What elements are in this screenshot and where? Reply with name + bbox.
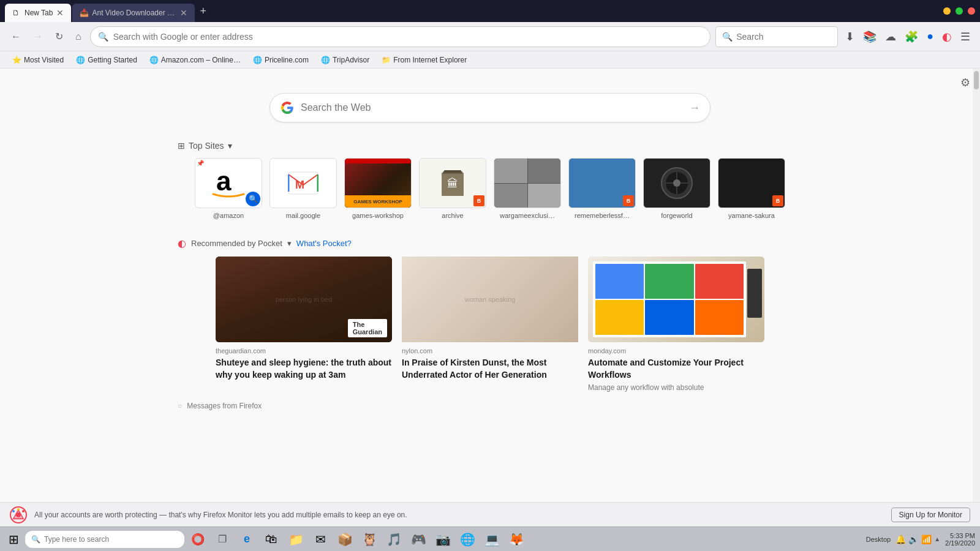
minimize-button[interactable] [943, 7, 951, 15]
download-icon[interactable]: ⬇ [843, 28, 857, 46]
taskbar-app-game[interactable]: 🎮 [407, 528, 429, 550]
site-label-mail: mail.google [286, 212, 320, 219]
bookmark-amazon[interactable]: 🌐 Amazon.com – Online… [145, 54, 246, 66]
bookmark-tripadvisor[interactable]: 🌐 TripAdvisor [316, 54, 374, 66]
taskbar-search-box[interactable]: 🔍 [25, 531, 184, 548]
address-bar[interactable]: 🔍 [90, 26, 710, 47]
site-label-archive: archive [442, 212, 463, 219]
taskbar-app-explorer[interactable]: 📁 [285, 528, 307, 550]
tray-up-arrow-icon[interactable]: ▲ [934, 536, 940, 542]
svg-text:M: M [295, 179, 304, 191]
site-tile-mail[interactable]: M mail.google [270, 158, 337, 219]
site-tile-yamane[interactable]: B yamane-sakura [718, 158, 785, 219]
svg-point-14 [12, 510, 15, 512]
site-tile-archive[interactable]: 🏛 B archive [419, 158, 486, 219]
svg-point-9 [673, 179, 680, 187]
bookmark-getting-started[interactable]: 🌐 Getting Started [71, 54, 142, 66]
tab-favicon-new: 🗋 [12, 9, 21, 17]
article-card-guardian[interactable]: person lying in bed TheGuardian theguard… [216, 257, 392, 392]
taskbar-app-amazon[interactable]: 📦 [334, 528, 356, 550]
search-submit-arrow[interactable]: → [689, 102, 700, 114]
google-search-bar[interactable]: → [270, 93, 710, 122]
taskbar-right: Desktop 🔔 🔊 📶 ▲ 5:33 PM 2/19/2020 [866, 532, 975, 547]
back-button[interactable]: ← [7, 29, 24, 45]
search-right-input[interactable] [736, 32, 831, 42]
tab-favicon-ant: 📥 [80, 9, 88, 17]
monitor-icon[interactable]: ● [924, 28, 936, 45]
search-box-right[interactable]: 🔍 [715, 26, 838, 47]
scroll-thumb[interactable] [974, 71, 979, 89]
maximize-button[interactable] [956, 7, 963, 15]
taskbar-desktop-label[interactable]: Desktop [866, 536, 891, 543]
tray-notification-icon[interactable]: 🔔 [895, 534, 906, 544]
tab-ant-video[interactable]: 📥 Ant Video Downloader – Get th… ✕ [72, 4, 195, 22]
taskbar-search-input[interactable] [44, 535, 178, 544]
taskbar-app-browser2[interactable]: 🌐 [456, 528, 478, 550]
bookmark-internet-explorer[interactable]: 📁 From Internet Explorer [377, 54, 472, 66]
pocket-icon[interactable]: ◐ [940, 28, 954, 46]
taskbar-app-mail[interactable]: ✉ [309, 528, 331, 550]
addons-icon[interactable]: 🧩 [902, 28, 921, 46]
article-card-nylon[interactable]: woman speaking nylon.com In Praise of Ki… [402, 257, 578, 392]
taskbar-app-tripadvisor[interactable]: 🦉 [358, 528, 380, 550]
close-button[interactable] [968, 7, 975, 15]
forward-button[interactable]: → [29, 29, 47, 45]
monitor-logo-icon [10, 506, 27, 523]
article-card-monday[interactable]: monday.com Automate and Customize Your P… [588, 257, 764, 392]
taskbar-app-cortana[interactable]: ⭕ [187, 528, 209, 550]
tab-title-ant: Ant Video Downloader – Get th… [92, 9, 176, 17]
pocket-header: ◐ Recommended by Pocket ▾ What's Pocket? [178, 238, 352, 249]
taskbar-app-music[interactable]: 🎵 [383, 528, 405, 550]
site-thumb-yamane: B [718, 158, 785, 208]
reload-button[interactable]: ↻ [51, 28, 67, 45]
site-thumb-wargame [494, 158, 561, 208]
messages-icon: ○ [178, 402, 182, 410]
home-button[interactable]: ⌂ [72, 29, 85, 45]
tray-network-icon[interactable]: 📶 [921, 534, 932, 544]
taskbar-app-taskview[interactable]: ❐ [211, 528, 233, 550]
svg-text:a: a [216, 166, 232, 196]
add-tab-button[interactable]: + [195, 5, 211, 18]
monitor-banner: All your accounts are worth protecting —… [0, 502, 980, 527]
bookmark-priceline[interactable]: 🌐 Priceline.com [248, 54, 314, 66]
nav-bar: ← → ↻ ⌂ 🔍 🔍 ⬇ 📚 ☁ 🧩 ● ◐ ☰ [0, 22, 980, 51]
start-button[interactable]: ⊞ [5, 531, 23, 548]
svg-point-15 [22, 510, 24, 512]
taskbar-app-camera[interactable]: 📷 [432, 528, 454, 550]
sync-icon[interactable]: ☁ [883, 28, 899, 46]
site-label-wargame: wargameexclusi… [500, 212, 555, 219]
menu-icon[interactable]: ☰ [958, 28, 973, 46]
taskbar-time-display: 5:33 PM [945, 532, 975, 539]
library-icon[interactable]: 📚 [861, 28, 879, 46]
article-desc-monday: Manage any workflow with absolute [588, 383, 764, 392]
google-search-input[interactable] [301, 102, 683, 113]
settings-icon[interactable]: ⚙ [960, 76, 970, 89]
top-sites-grid-icon: ⊞ [178, 141, 185, 151]
site-tile-remember[interactable]: B rememeberlessf… [568, 158, 636, 219]
pocket-dropdown-icon[interactable]: ▾ [287, 239, 292, 248]
taskbar-app-firefox[interactable]: 🦊 [505, 528, 527, 550]
taskbar-app-edge[interactable]: e [236, 528, 258, 550]
bookmark-favicon-priceline: 🌐 [253, 56, 262, 64]
article-title-guardian: Shuteye and sleep hygiene: the truth abo… [216, 357, 392, 381]
bookmark-favicon-tripadvisor: 🌐 [321, 56, 330, 64]
taskbar-app-filemanager[interactable]: 💻 [481, 528, 503, 550]
scrollbar[interactable] [973, 69, 980, 502]
system-tray: 🔔 🔊 📶 ▲ [895, 534, 940, 544]
address-input[interactable] [113, 32, 703, 42]
tab-close-ant[interactable]: ✕ [180, 8, 187, 18]
tray-volume-icon[interactable]: 🔊 [908, 534, 919, 544]
top-sites-dropdown-icon[interactable]: ▾ [228, 141, 232, 151]
site-tile-wargame[interactable]: wargameexclusi… [494, 158, 561, 219]
tab-new-tab[interactable]: 🗋 New Tab ✕ [5, 4, 71, 22]
taskbar-app-store[interactable]: 🛍 [260, 528, 282, 550]
bookmark-favicon-ie: 📁 [382, 56, 391, 64]
bookmark-most-visited[interactable]: ⭐ Most Visited [7, 54, 69, 66]
whats-pocket-link[interactable]: What's Pocket? [296, 239, 352, 248]
site-tile-games[interactable]: GAMES WORKSHOP games-workshop [344, 158, 412, 219]
sign-up-monitor-button[interactable]: Sign Up for Monitor [891, 508, 970, 522]
site-tile-amazon[interactable]: a 🔍 📌 @amazon [195, 158, 262, 219]
tab-close-new[interactable]: ✕ [56, 8, 64, 18]
site-tile-forge[interactable]: forgeworld [643, 158, 710, 219]
bookmark-favicon-getting-started: 🌐 [76, 56, 85, 64]
